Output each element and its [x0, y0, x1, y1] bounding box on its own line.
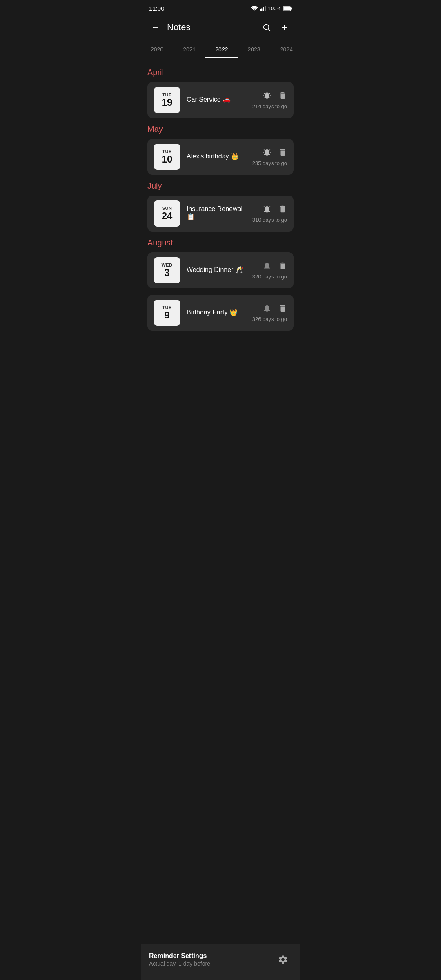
action-icons [263, 261, 287, 270]
date-badge-aug3: WED 3 [154, 257, 180, 283]
day-num: 3 [164, 267, 169, 278]
day-num: 19 [162, 97, 173, 108]
tab-2021[interactable]: 2021 [173, 41, 205, 58]
delete-icon[interactable] [278, 205, 287, 214]
battery-text: 100% [268, 5, 281, 11]
trash-icon3 [278, 205, 287, 214]
day-num: 24 [162, 211, 173, 221]
days-to-go-insurance: 310 days to go [252, 217, 287, 223]
svg-rect-2 [261, 8, 262, 11]
event-title-birthday-party: Birthday Party 👑 [187, 308, 252, 316]
bell-active-icon3 [263, 205, 272, 214]
trash-icon [278, 91, 287, 100]
event-actions-birthday-alex: 235 days to go [252, 148, 287, 166]
bell-inactive-icon2 [263, 304, 272, 313]
svg-rect-7 [283, 7, 290, 10]
tab-2022[interactable]: 2022 [205, 41, 238, 58]
svg-point-8 [264, 24, 269, 30]
settings-icon [278, 954, 288, 965]
delete-icon[interactable] [278, 148, 287, 157]
svg-rect-4 [265, 6, 265, 11]
month-header-april: April [147, 68, 294, 77]
reminder-settings-bar: Reminder Settings Actual day, 1 day befo… [141, 944, 300, 980]
svg-point-0 [254, 10, 255, 11]
back-arrow-icon: ← [151, 22, 160, 33]
year-tabs: 2020 2021 2022 2023 2024 [141, 41, 300, 58]
event-card-birthday-alex[interactable]: TUE 10 Alex's birthday 👑 [147, 139, 294, 175]
back-button[interactable]: ← [147, 19, 164, 36]
event-card-wedding-dinner[interactable]: WED 3 Wedding Dinner 🥂 320 days to go [147, 252, 294, 288]
days-to-go-wedding-dinner: 320 days to go [252, 274, 287, 280]
month-header-july: July [147, 181, 294, 191]
content-area: April TUE 19 Car Service 🚗 [141, 58, 300, 370]
status-time: 11:00 [149, 5, 165, 12]
trash-icon4 [278, 261, 287, 270]
reminder-text-group: Reminder Settings Actual day, 1 day befo… [149, 952, 210, 967]
settings-button[interactable] [274, 951, 292, 969]
event-card-birthday-party[interactable]: TUE 9 Birthday Party 👑 326 days to go [147, 295, 294, 331]
event-actions-birthday-party: 326 days to go [252, 304, 287, 322]
signal-icon [260, 6, 266, 11]
date-badge-may10: TUE 10 [154, 144, 180, 170]
event-info-car-service: Car Service 🚗 [187, 96, 252, 105]
add-button[interactable] [276, 18, 294, 36]
event-title-car-service: Car Service 🚗 [187, 96, 252, 103]
event-title-insurance: Insurance Renewal 📋 [187, 205, 252, 220]
day-name: SUN [162, 206, 172, 211]
delete-icon[interactable] [278, 261, 287, 270]
event-info-birthday-party: Birthday Party 👑 [187, 308, 252, 318]
bell-icon[interactable] [263, 304, 272, 313]
event-card-car-service[interactable]: TUE 19 Car Service 🚗 [147, 82, 294, 118]
bell-icon[interactable] [263, 148, 272, 157]
search-button[interactable] [258, 18, 276, 36]
action-icons [263, 205, 287, 214]
bell-icon[interactable] [263, 91, 272, 100]
event-card-insurance[interactable]: SUN 24 Insurance Renewal 📋 [147, 196, 294, 232]
page-title: Notes [167, 22, 258, 33]
month-header-august: August [147, 238, 294, 247]
bell-active-icon [263, 91, 272, 100]
tab-2024[interactable]: 2024 [270, 41, 300, 58]
bell-inactive-icon [263, 261, 272, 270]
action-icons [263, 148, 287, 157]
event-title-wedding-dinner: Wedding Dinner 🥂 [187, 266, 252, 274]
event-info-birthday-alex: Alex's birthday 👑 [187, 152, 252, 162]
month-header-may: May [147, 125, 294, 134]
status-icons: 100% [251, 5, 292, 11]
event-actions-wedding-dinner: 320 days to go [252, 261, 287, 280]
day-num: 9 [164, 310, 169, 321]
tab-2023[interactable]: 2023 [238, 41, 270, 58]
event-actions-insurance: 310 days to go [252, 205, 287, 223]
reminder-settings-title: Reminder Settings [149, 952, 210, 960]
day-name: TUE [162, 149, 172, 154]
trash-icon5 [278, 304, 287, 313]
add-icon [280, 22, 290, 32]
bell-active-icon2 [263, 148, 272, 157]
event-actions-car-service: 214 days to go [252, 91, 287, 109]
days-to-go-birthday-party: 326 days to go [252, 316, 287, 322]
tab-2020[interactable]: 2020 [141, 41, 173, 58]
bell-icon[interactable] [263, 205, 272, 214]
app-bar: ← Notes [141, 15, 300, 41]
trash-icon2 [278, 148, 287, 157]
day-name: TUE [162, 305, 172, 310]
bell-icon[interactable] [263, 261, 272, 270]
date-badge-apr19: TUE 19 [154, 87, 180, 113]
delete-icon[interactable] [278, 91, 287, 100]
search-icon [262, 23, 271, 32]
svg-rect-6 [291, 7, 292, 9]
date-badge-jul24: SUN 24 [154, 200, 180, 227]
day-name: TUE [162, 92, 172, 97]
wifi-icon [251, 6, 258, 11]
day-name: WED [161, 263, 172, 267]
day-num: 10 [162, 154, 173, 165]
event-info-insurance: Insurance Renewal 📋 [187, 205, 252, 222]
delete-icon[interactable] [278, 304, 287, 313]
svg-rect-1 [260, 9, 261, 11]
svg-rect-3 [263, 7, 264, 11]
event-info-wedding-dinner: Wedding Dinner 🥂 [187, 266, 252, 275]
svg-line-9 [268, 29, 270, 31]
battery-icon [283, 6, 292, 11]
status-bar: 11:00 100% [141, 0, 300, 15]
action-icons [263, 91, 287, 100]
